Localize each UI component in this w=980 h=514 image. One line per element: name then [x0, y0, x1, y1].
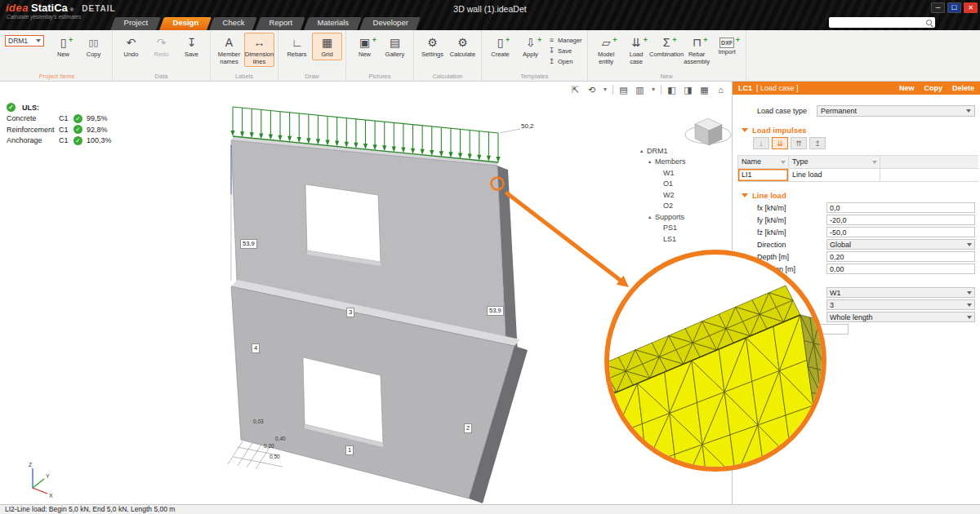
rebars-button[interactable]: ∟ Rebars — [282, 33, 312, 60]
load-case-button[interactable]: ⇊+ Load case — [621, 33, 652, 67]
panel-delete-button[interactable]: Delete — [952, 84, 974, 92]
dimension-lines-button[interactable]: ↔ Dimension lines — [244, 33, 274, 67]
save-button[interactable]: ↧ Save — [176, 33, 207, 60]
tree-item-w2[interactable]: W2 — [640, 189, 686, 201]
display-edges-icon[interactable]: ◨ — [682, 84, 694, 95]
fy-input[interactable]: -20,0 — [826, 215, 975, 225]
fz-input[interactable]: -50,0 — [826, 227, 975, 237]
tree-item-drm1[interactable]: ▴DRM1 — [640, 145, 686, 157]
other-impulse-button[interactable]: ↥ — [809, 137, 826, 149]
template-create-button[interactable]: ▯+ Create — [485, 33, 515, 60]
orbit-icon[interactable]: ⟲ — [586, 84, 598, 95]
template-save-button[interactable]: ↧ Save — [548, 47, 582, 55]
home-view-icon[interactable]: ⌂ — [715, 84, 727, 95]
tree-item-supports[interactable]: ▴Supports — [640, 211, 686, 223]
member-names-button[interactable]: A Member names — [214, 33, 244, 67]
gallery-icon: ▤ — [390, 35, 400, 51]
settings-button[interactable]: ⚙ Settings — [417, 33, 448, 60]
point-impulse-button[interactable]: ↓ — [753, 137, 769, 149]
nav-cube[interactable] — [685, 118, 731, 145]
template-manager-button[interactable]: ≡ Manager — [548, 36, 582, 44]
tab-check[interactable]: Check — [209, 17, 257, 30]
project-item-selector[interactable]: DRM1 — [5, 35, 44, 47]
filter-icon[interactable] — [781, 161, 786, 164]
tab-report[interactable]: Report — [256, 17, 305, 30]
display-solid-icon[interactable]: ◧ — [666, 84, 678, 95]
grid-icon: ▦ — [322, 35, 332, 51]
dxf-icon: DXF+ — [719, 38, 734, 48]
tree-item-members[interactable]: ▴Members — [640, 157, 686, 168]
panel-new-button[interactable]: New — [899, 84, 915, 92]
axis-x-label: X — [49, 493, 53, 498]
maximize-button[interactable]: ☐ — [947, 2, 961, 13]
tree-item-w1[interactable]: W1 — [640, 167, 686, 179]
gallery-button[interactable]: ▤ Gallery — [380, 33, 410, 60]
model-tree: ▴DRM1 ▴Members W1 O1 W2 O2 ▴Supports PS1… — [640, 145, 686, 245]
template-apply-button[interactable]: ⇩+ Apply — [515, 33, 546, 60]
load-case-type-select[interactable]: Permanent — [817, 105, 975, 117]
fx-input[interactable]: 0,0 — [826, 202, 975, 213]
detail-magnifier — [604, 250, 826, 472]
project-new-button[interactable]: ▯+ New — [48, 33, 78, 60]
search-icon — [926, 20, 932, 25]
view-2d-icon[interactable]: ▤ — [617, 84, 630, 95]
redo-button[interactable]: ↷ Redo — [146, 33, 176, 60]
length-select[interactable]: Whole length — [826, 312, 975, 322]
dxf-import-button[interactable]: DXF+ Import — [712, 33, 742, 58]
create-template-icon: ▯+ — [497, 35, 504, 51]
table-row[interactable]: LI1 Line load — [738, 169, 978, 182]
dimension-label: 0,40 — [275, 436, 286, 441]
check-icon: ✓ — [74, 114, 82, 123]
grid-button[interactable]: ▦ Grid — [312, 33, 342, 60]
search-input[interactable] — [832, 18, 926, 27]
search-box[interactable] — [829, 17, 935, 28]
collapse-icon: ▴ — [640, 148, 647, 154]
view-3d-icon[interactable]: ▥ — [634, 84, 646, 95]
combination-button[interactable]: Σ+ Combination — [652, 33, 682, 60]
template-open-button[interactable]: ↥ Open — [548, 57, 582, 65]
tab-developer[interactable]: Developer — [359, 17, 421, 30]
picture-new-button[interactable]: ▣+ New — [350, 33, 380, 60]
display-mesh-icon[interactable]: ▦ — [698, 84, 710, 95]
model-viewport: Z Y X ⇱ ⟲ ▾ ▤ ▥ ▾ ◧ ◨ ▦ ⌂ ✓ ULS: Concret… — [0, 82, 733, 504]
tab-materials[interactable]: Materials — [304, 17, 361, 30]
tree-item-o2[interactable]: O2 — [640, 201, 686, 212]
model-entity-button[interactable]: ▱+ Model entity — [591, 33, 621, 67]
fit-view-icon[interactable]: ⇱ — [569, 84, 581, 95]
close-button[interactable]: ✕ — [964, 2, 978, 13]
tree-item-ps1[interactable]: PS1 — [640, 223, 686, 234]
tree-item-ls1[interactable]: LS1 — [640, 233, 686, 245]
panel-copy-button[interactable]: Copy — [924, 84, 942, 92]
tree-item-o1[interactable]: O1 — [640, 179, 686, 190]
dimension-icon: ↔ — [254, 35, 265, 51]
camera-icon: ▣+ — [359, 35, 370, 51]
rebar-assembly-button[interactable]: ⊓+ Rebar assembly — [682, 33, 712, 67]
dimension-label: 0,20 — [264, 443, 274, 449]
member-select[interactable]: W1 — [826, 287, 975, 298]
position-input[interactable]: 0,00 — [826, 264, 975, 274]
3d-model-canvas[interactable]: Z Y X — [0, 82, 733, 504]
direction-select[interactable]: Global — [826, 239, 975, 250]
logo-idea: idea — [6, 2, 29, 14]
stirrup-icon: ⊓+ — [693, 35, 702, 51]
minimize-button[interactable]: ─ — [931, 2, 945, 13]
tab-design[interactable]: Design — [159, 17, 212, 30]
tab-project[interactable]: Project — [110, 17, 160, 30]
section-collapse-icon[interactable] — [742, 193, 748, 197]
edge-select[interactable]: 3 — [826, 299, 975, 310]
chevron-down-icon — [967, 291, 972, 295]
check-icon: ✓ — [74, 136, 82, 145]
filter-icon[interactable] — [872, 161, 877, 164]
depth-input[interactable]: 0,20 — [826, 251, 975, 262]
orbit-caret-icon[interactable]: ▾ — [602, 84, 608, 95]
line-impulse-button[interactable]: ⇊ — [772, 137, 788, 149]
section-collapse-icon[interactable] — [742, 128, 748, 132]
undo-button[interactable]: ↶ Undo — [116, 33, 146, 60]
project-copy-button[interactable]: ▯▯ Copy — [78, 33, 109, 60]
manager-icon: ≡ — [548, 36, 555, 44]
surface-impulse-button[interactable]: ⇈ — [791, 137, 807, 149]
calculate-button[interactable]: ⚙ Calculate — [448, 33, 478, 60]
view-caret-icon[interactable]: ▾ — [650, 84, 657, 95]
load-case-icon: ⇊+ — [631, 35, 641, 51]
mesh-detail-canvas — [609, 255, 822, 467]
